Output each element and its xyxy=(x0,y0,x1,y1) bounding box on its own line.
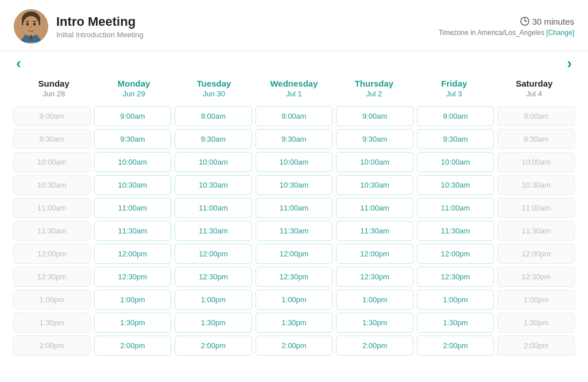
time-slot[interactable]: 10:30am xyxy=(175,175,252,195)
time-slot: 11:00am xyxy=(497,198,575,218)
time-slot[interactable]: 9:30am xyxy=(336,129,413,149)
time-slot[interactable]: 10:00am xyxy=(336,152,413,172)
time-slot[interactable]: 10:00am xyxy=(175,152,252,172)
time-slot[interactable]: 9:00am xyxy=(256,106,333,126)
time-slot[interactable]: 12:30pm xyxy=(417,267,494,287)
svg-point-5 xyxy=(33,23,36,26)
time-slot[interactable]: 9:30am xyxy=(175,129,252,149)
day-column-saturday: 9:00am9:30am10:00am10:30am11:00am11:30am… xyxy=(496,106,577,356)
time-slot[interactable]: 10:30am xyxy=(336,175,413,195)
time-slot: 2:00pm xyxy=(13,336,91,356)
time-slot[interactable]: 2:00pm xyxy=(417,336,494,356)
day-column-wednesday: 9:00am9:30am10:00am10:30am11:00am11:30am… xyxy=(254,106,335,356)
next-week-button[interactable]: › xyxy=(567,56,572,71)
time-slot: 9:30am xyxy=(13,129,91,149)
day-date: Jul 1 xyxy=(256,89,331,98)
time-slot[interactable]: 1:00pm xyxy=(417,290,494,310)
time-slot[interactable]: 11:00am xyxy=(417,198,494,218)
change-timezone-link[interactable]: [Change] xyxy=(546,29,574,37)
day-header-friday: Friday Jul 3 xyxy=(414,75,494,102)
day-date: Jun 29 xyxy=(96,89,171,98)
time-slot[interactable]: 1:30pm xyxy=(94,313,172,333)
time-slot[interactable]: 12:30pm xyxy=(94,267,172,287)
day-header-monday: Monday Jun 29 xyxy=(94,75,173,102)
time-slot[interactable]: 11:30am xyxy=(256,221,333,241)
time-slot: 10:30am xyxy=(13,175,91,195)
time-slot[interactable]: 9:30am xyxy=(94,129,172,149)
time-slot[interactable]: 10:00am xyxy=(256,152,333,172)
time-slot[interactable]: 10:30am xyxy=(417,175,494,195)
time-slot[interactable]: 12:00pm xyxy=(94,244,172,264)
time-slot[interactable]: 1:30pm xyxy=(256,313,333,333)
time-slot[interactable]: 11:00am xyxy=(256,198,333,218)
time-slot[interactable]: 9:00am xyxy=(417,106,494,126)
day-name: Monday xyxy=(96,79,171,88)
calendar-container: Sunday Jun 28 Monday Jun 29 Tuesday Jun … xyxy=(0,75,588,367)
day-column-sunday: 9:00am9:30am10:00am10:30am11:00am11:30am… xyxy=(11,106,92,356)
prev-week-button[interactable]: ‹ xyxy=(16,56,21,71)
time-slot[interactable]: 11:00am xyxy=(336,198,413,218)
day-name: Thursday xyxy=(336,79,412,88)
days-header: Sunday Jun 28 Monday Jun 29 Tuesday Jun … xyxy=(11,75,577,102)
time-slot[interactable]: 12:00pm xyxy=(336,244,413,264)
time-slot: 12:30pm xyxy=(497,267,575,287)
meeting-subtitle: Initial Introduction Meeting xyxy=(56,30,144,39)
time-slot: 1:30pm xyxy=(497,313,575,333)
time-slot[interactable]: 11:30am xyxy=(336,221,413,241)
meeting-info: Intro Meeting Initial Introduction Meeti… xyxy=(56,14,144,39)
time-slot[interactable]: 12:30pm xyxy=(336,267,413,287)
time-slot[interactable]: 1:00pm xyxy=(94,290,172,310)
time-slot[interactable]: 11:30am xyxy=(94,221,172,241)
time-slot[interactable]: 9:30am xyxy=(417,129,494,149)
day-column-thursday: 9:00am9:30am10:00am10:30am11:00am11:30am… xyxy=(334,106,415,356)
time-slot: 1:00pm xyxy=(13,290,91,310)
slots-grid: 9:00am9:30am10:00am10:30am11:00am11:30am… xyxy=(11,106,577,356)
duration-display: 30 minutes xyxy=(439,17,574,26)
time-slot: 10:00am xyxy=(13,152,91,172)
time-slot[interactable]: 2:00pm xyxy=(175,336,252,356)
time-slot: 12:00pm xyxy=(13,244,91,264)
time-slot[interactable]: 12:00pm xyxy=(175,244,252,264)
time-slot[interactable]: 10:00am xyxy=(94,152,172,172)
time-slot[interactable]: 9:00am xyxy=(175,106,252,126)
time-slot[interactable]: 1:00pm xyxy=(336,290,413,310)
svg-point-4 xyxy=(26,23,29,26)
time-slot[interactable]: 11:00am xyxy=(94,198,172,218)
time-slot[interactable]: 9:00am xyxy=(94,106,172,126)
clock-icon xyxy=(520,17,529,26)
time-slot[interactable]: 2:00pm xyxy=(256,336,333,356)
time-slot[interactable]: 1:30pm xyxy=(175,313,252,333)
day-column-tuesday: 9:00am9:30am10:00am10:30am11:00am11:30am… xyxy=(173,106,254,356)
week-navigation: ‹ › xyxy=(0,51,588,75)
time-slot[interactable]: 11:30am xyxy=(417,221,494,241)
time-slot[interactable]: 9:30am xyxy=(256,129,333,149)
time-slot[interactable]: 1:00pm xyxy=(256,290,333,310)
timezone-info: Timezone in America/Los_Angeles [Change] xyxy=(439,29,574,37)
avatar xyxy=(14,9,48,44)
day-header-wednesday: Wednesday Jul 1 xyxy=(254,75,334,102)
meeting-title: Intro Meeting xyxy=(56,14,144,29)
time-slot[interactable]: 1:30pm xyxy=(336,313,413,333)
time-slot[interactable]: 2:00pm xyxy=(336,336,413,356)
time-slot: 1:00pm xyxy=(497,290,575,310)
time-slot: 9:00am xyxy=(497,106,575,126)
time-slot[interactable]: 1:30pm xyxy=(417,313,494,333)
time-slot[interactable]: 12:30pm xyxy=(175,267,252,287)
day-column-monday: 9:00am9:30am10:00am10:30am11:00am11:30am… xyxy=(92,106,173,356)
time-slot[interactable]: 12:00pm xyxy=(417,244,494,264)
time-slot[interactable]: 9:00am xyxy=(336,106,413,126)
time-slot[interactable]: 10:00am xyxy=(417,152,494,172)
time-slot[interactable]: 11:00am xyxy=(175,198,252,218)
time-slot[interactable]: 10:30am xyxy=(94,175,172,195)
time-slot[interactable]: 2:00pm xyxy=(94,336,172,356)
time-slot[interactable]: 10:30am xyxy=(256,175,333,195)
day-header-thursday: Thursday Jul 2 xyxy=(334,75,414,102)
time-slot[interactable]: 1:00pm xyxy=(175,290,252,310)
time-slot: 12:00pm xyxy=(497,244,575,264)
time-slot: 12:30pm xyxy=(13,267,91,287)
time-slot: 9:00am xyxy=(13,106,91,126)
time-slot[interactable]: 12:30pm xyxy=(256,267,333,287)
time-slot[interactable]: 12:00pm xyxy=(256,244,333,264)
time-slot[interactable]: 11:30am xyxy=(175,221,252,241)
timezone-label: Timezone in America/Los_Angeles xyxy=(439,29,544,37)
